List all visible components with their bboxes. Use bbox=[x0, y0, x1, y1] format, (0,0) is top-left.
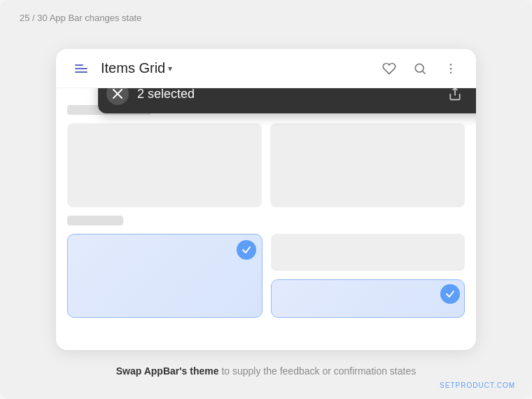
favorite-button[interactable] bbox=[375, 55, 403, 83]
breadcrumb-text: App Bar changes state bbox=[50, 13, 142, 23]
hamburger-icon bbox=[75, 64, 88, 73]
menu-icon-button[interactable] bbox=[67, 55, 95, 83]
appbar-actions bbox=[375, 55, 465, 83]
page-wrapper: 25 / 30 App Bar changes state Items Grid… bbox=[0, 0, 532, 399]
grid-item-1[interactable] bbox=[67, 123, 262, 207]
main-card: Items Grid ▾ bbox=[56, 49, 476, 350]
check-badge-1 bbox=[237, 240, 256, 260]
description-bold: Swap AppBar's theme bbox=[116, 365, 219, 377]
svg-point-2 bbox=[450, 63, 452, 65]
watermark: SETPRODUCT.COM bbox=[440, 382, 515, 389]
description-text: Swap AppBar's theme to supply the feedba… bbox=[0, 365, 532, 377]
close-selection-button[interactable] bbox=[106, 88, 129, 105]
svg-line-1 bbox=[423, 71, 426, 74]
grid-item-4[interactable] bbox=[271, 234, 465, 271]
dropdown-arrow-icon[interactable]: ▾ bbox=[168, 64, 172, 74]
svg-point-4 bbox=[450, 71, 452, 74]
selection-actions bbox=[442, 88, 476, 106]
check-badge-2 bbox=[440, 284, 460, 304]
appbar-title-text: Items Grid bbox=[101, 60, 165, 76]
appbar-title: Items Grid ▾ bbox=[101, 60, 370, 76]
share-button[interactable] bbox=[442, 88, 468, 106]
grid-row-2 bbox=[67, 234, 465, 318]
total-label: 30 bbox=[37, 13, 47, 23]
grid-row-1 bbox=[67, 123, 465, 207]
search-button[interactable] bbox=[406, 55, 434, 83]
delete-button[interactable] bbox=[470, 88, 476, 106]
selection-count: 2 selected bbox=[137, 88, 434, 102]
svg-point-3 bbox=[450, 67, 452, 69]
more-options-button[interactable] bbox=[437, 55, 465, 83]
selection-appbar: 2 selected bbox=[98, 88, 476, 113]
breadcrumb: 25 / 30 App Bar changes state bbox=[20, 13, 141, 23]
grid-item-2[interactable] bbox=[270, 123, 465, 207]
grid-item-3-selected[interactable] bbox=[67, 234, 262, 318]
row-label-2 bbox=[67, 216, 123, 225]
svg-point-0 bbox=[415, 64, 424, 72]
description-rest: to supply the feedback or confirmation s… bbox=[221, 365, 416, 377]
normal-appbar: Items Grid ▾ bbox=[56, 49, 476, 88]
step-label: 25 bbox=[20, 13, 29, 23]
grid-item-5-selected[interactable] bbox=[271, 279, 465, 318]
card-content: 2 selected bbox=[56, 88, 476, 350]
